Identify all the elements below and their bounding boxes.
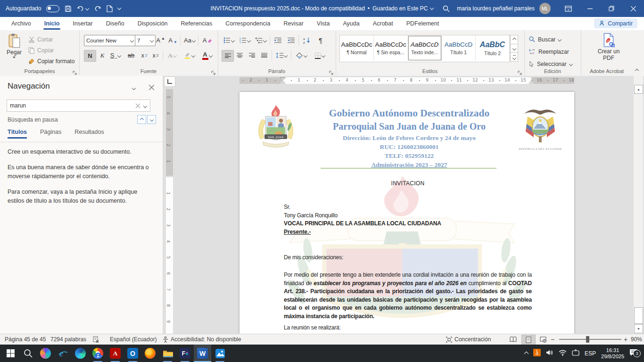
share-button[interactable]: Compartir — [594, 18, 637, 28]
grow-font-button[interactable]: A▲ — [155, 35, 166, 46]
copilot-icon[interactable] — [37, 345, 54, 362]
taskbar-search-button[interactable] — [19, 345, 37, 362]
multilevel-list-button[interactable] — [254, 35, 268, 46]
tab-archivo[interactable]: Archivo — [5, 17, 38, 30]
tab-ayuda[interactable]: Ayuda — [336, 17, 366, 30]
photos-icon[interactable] — [211, 345, 229, 362]
style-gallery-more-button[interactable] — [510, 52, 518, 62]
read-mode-button[interactable] — [506, 335, 520, 344]
notification-center-icon[interactable]: 3 — [629, 349, 637, 358]
collapse-ribbon-button[interactable] — [636, 66, 638, 74]
document-page[interactable]: 7 — [239, 92, 574, 334]
zoom-in-button[interactable]: + — [624, 334, 627, 345]
clipboard-dialog-launcher[interactable] — [73, 69, 77, 74]
italic-button[interactable]: K — [97, 50, 107, 61]
tab-revisar[interactable]: Revisar — [277, 17, 310, 30]
shading-button[interactable] — [293, 50, 309, 61]
chrome-icon[interactable] — [89, 345, 107, 362]
clear-formatting-button[interactable]: A — [201, 35, 214, 46]
nav-tab-resultados[interactable]: Resultados — [74, 129, 104, 135]
zoom-slider-track[interactable] — [559, 339, 621, 340]
tab-inicio[interactable]: Inicio — [38, 17, 66, 30]
word-icon[interactable]: W — [194, 345, 211, 362]
start-button[interactable] — [2, 345, 19, 362]
tab-vista[interactable]: Vista — [310, 17, 337, 30]
align-left-button[interactable] — [222, 50, 234, 62]
proofing-icon[interactable] — [93, 334, 99, 345]
navigation-pane-options-icon[interactable] — [132, 83, 135, 92]
tab-pdfelement[interactable]: PDFelement — [400, 17, 446, 30]
nav-tab-paginas[interactable]: Páginas — [40, 129, 61, 135]
nav-tab-titulos[interactable]: Títulos — [8, 129, 27, 135]
align-right-button[interactable] — [246, 50, 257, 61]
firefox-icon[interactable] — [141, 345, 159, 362]
search-options-chevron-icon[interactable] — [143, 101, 150, 110]
shrink-font-button[interactable]: A▼ — [167, 35, 179, 46]
tab-correspondencia[interactable]: Correspondencia — [219, 17, 277, 30]
vertical-ruler[interactable]: 54321123456789 — [165, 86, 174, 334]
clear-search-icon[interactable] — [133, 101, 143, 110]
zoom-level[interactable]: 90% — [631, 334, 642, 345]
text-effects-button[interactable]: A — [165, 50, 179, 61]
file-explorer-icon[interactable] — [159, 345, 176, 362]
navigation-search-input[interactable] — [7, 102, 133, 109]
borders-button[interactable] — [311, 50, 328, 61]
copy-button[interactable]: Copiar — [28, 45, 74, 56]
find-button[interactable]: Buscar — [529, 34, 561, 45]
zoom-slider-thumb[interactable] — [586, 336, 589, 343]
avatar[interactable]: ML — [539, 3, 551, 14]
wifi-icon[interactable] — [559, 349, 567, 358]
scrollbar-thumb[interactable] — [634, 307, 643, 324]
outlook-icon[interactable]: O — [124, 345, 141, 362]
line-spacing-button[interactable] — [274, 50, 289, 61]
tab-acrobat[interactable]: Acrobat — [366, 17, 400, 30]
numbering-button[interactable]: 123 — [238, 35, 252, 46]
increase-indent-button[interactable] — [285, 35, 297, 46]
align-center-button[interactable] — [234, 50, 245, 61]
tab-disposición[interactable]: Disposición — [131, 17, 174, 30]
java-update-icon[interactable] — [533, 349, 541, 358]
redo-icon[interactable] — [94, 5, 101, 12]
font-size-select[interactable]: 7 — [135, 35, 156, 46]
user-name[interactable]: maria lourdes peñafiel parrales — [457, 5, 535, 12]
focus-mode-button[interactable]: Concentración — [446, 334, 491, 345]
sort-button[interactable]: AZ — [300, 35, 314, 46]
navigation-search-box[interactable] — [7, 99, 150, 112]
show-marks-button[interactable]: ¶ — [315, 35, 326, 46]
previous-result-button[interactable] — [137, 115, 146, 124]
strikethrough-button[interactable]: ab — [124, 50, 138, 61]
autosave-toggle[interactable] — [46, 5, 59, 12]
underline-button[interactable]: S — [108, 50, 123, 61]
web-layout-button[interactable] — [537, 335, 550, 344]
style--normal[interactable]: AaBbCcDc¶ Normal — [340, 35, 374, 61]
replace-button[interactable]: bc Reemplazar — [529, 46, 569, 57]
create-pdf-button[interactable]: Crear un PDF — [595, 33, 622, 68]
navigation-pane-close-icon[interactable] — [149, 83, 154, 92]
style-texto-inde-[interactable]: AaBbCcDTexto inde... — [408, 35, 442, 61]
style-gallery-down-button[interactable] — [510, 44, 518, 53]
horizontal-ruler[interactable]: 21123456789101112131415161718 — [175, 76, 632, 85]
print-layout-button[interactable] — [521, 335, 536, 345]
highlight-button[interactable] — [181, 50, 197, 61]
word-count[interactable]: 7294 palabras — [50, 334, 86, 345]
save-icon[interactable] — [65, 5, 72, 12]
styles-dialog-launcher[interactable] — [518, 69, 522, 74]
restore-button[interactable] — [601, 0, 622, 17]
vertical-scrollbar[interactable]: ▲ ▼ — [634, 76, 643, 334]
tab-insertar[interactable]: Insertar — [66, 17, 99, 30]
tab-diseño[interactable]: Diseño — [99, 17, 131, 30]
paragraph-dialog-launcher[interactable] — [329, 69, 334, 74]
close-button[interactable] — [622, 0, 644, 17]
scroll-up-button[interactable]: ▲ — [634, 85, 643, 94]
volume-icon[interactable] — [546, 349, 553, 358]
language-indicator[interactable]: ESP — [585, 350, 596, 357]
tab-stop-selector[interactable] — [164, 76, 175, 87]
style-t-tulo-2[interactable]: AaBbCTítulo 2 — [476, 35, 510, 61]
tab-referencias[interactable]: Referencias — [174, 17, 219, 30]
font-dialog-launcher[interactable] — [211, 69, 216, 74]
superscript-button[interactable]: x2 — [150, 50, 161, 61]
pdfelement-icon[interactable]: F — [176, 345, 194, 362]
change-case-button[interactable]: Aa — [182, 35, 197, 46]
ribbon-display-options-icon[interactable] — [557, 0, 579, 17]
style--sin-espa-[interactable]: AaBbCcDc¶ Sin espa... — [374, 35, 408, 61]
